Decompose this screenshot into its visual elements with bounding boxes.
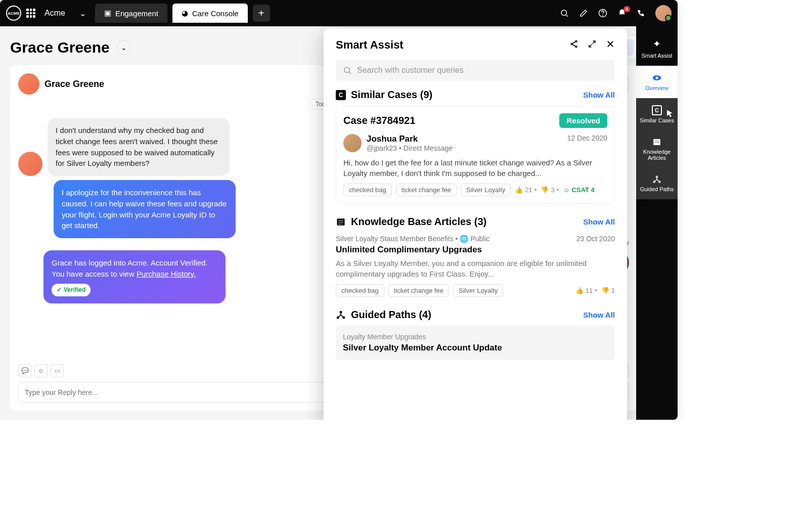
similar-cases-icon: C: [336, 90, 346, 100]
case-avatar: [343, 134, 362, 152]
show-all-kb-link[interactable]: Show All: [583, 217, 615, 226]
svg-point-3: [603, 15, 603, 16]
tab-care-console[interactable]: ◕ Care Console: [172, 4, 248, 23]
customer-avatar: [18, 73, 39, 95]
csat-stat: ☺ CSAT 4: [563, 186, 595, 194]
rail-similar-cases[interactable]: C Similar Cases: [636, 98, 678, 130]
svg-point-14: [571, 43, 572, 45]
case-card[interactable]: Case #3784921 Resolved Joshua Park @jpar…: [336, 106, 615, 204]
search-icon[interactable]: [559, 8, 569, 18]
expand-icon[interactable]: [588, 39, 597, 51]
svg-point-13: [575, 40, 577, 42]
tag[interactable]: Silver Loyalty: [453, 284, 503, 297]
case-author: Joshua Park: [367, 134, 453, 144]
smart-assist-panel: Smart Assist Search with customer querie…: [324, 28, 627, 420]
kb-date: 23 Oct 2020: [576, 235, 615, 243]
workspace-name: Acme: [44, 9, 65, 18]
svg-line-17: [349, 72, 351, 74]
svg-point-10: [656, 176, 658, 178]
tag[interactable]: ticket change fee: [396, 184, 457, 196]
gp-title: Silver Loyalty Member Account Update: [343, 343, 608, 353]
tag[interactable]: Silver Loyalty: [461, 184, 511, 196]
case-number: Case #3784921: [343, 115, 415, 126]
customer-avatar: [18, 152, 42, 176]
kb-title: Unlimited Complimentary Upgrades: [336, 245, 615, 255]
verified-badge: ✓ Verified: [52, 284, 91, 296]
acme-logo[interactable]: ACME: [6, 6, 21, 21]
cursor-icon: [665, 109, 675, 118]
svg-point-6: [656, 77, 658, 79]
upvote-stat[interactable]: 👍 21 •: [515, 186, 537, 194]
svg-line-1: [566, 15, 568, 17]
phone-icon[interactable]: [636, 8, 646, 18]
close-icon[interactable]: [606, 39, 615, 51]
customer-message: I don't understand why my checked bag an…: [48, 118, 230, 176]
chat-icon: ▣: [104, 9, 111, 18]
page-title: Grace Greene: [10, 39, 110, 56]
app-launcher-icon[interactable]: [26, 9, 35, 18]
guided-path-card[interactable]: Loyalty Member Upgrades Silver Loyalty M…: [336, 326, 615, 360]
svg-rect-18: [337, 218, 345, 225]
svg-rect-7: [653, 139, 660, 145]
kb-heading: Knowledge Base Articles (3): [351, 216, 486, 228]
gp-category: Loyalty Member Upgrades: [343, 333, 608, 341]
notif-badge: 4: [623, 6, 630, 12]
message-type-icon[interactable]: 💬: [18, 364, 31, 377]
upvote-stat[interactable]: 👍 11 •: [575, 287, 597, 294]
top-bar: ACME Acme ⌄ ▣ Engagement ◕ Care Console …: [0, 0, 678, 26]
kb-breadcrumb: Silver Loyalty Staus Member Benefits • 🌐…: [336, 235, 490, 243]
downvote-stat[interactable]: 👎 1: [601, 287, 615, 294]
agent-message: I apologize for the inconvenience this h…: [54, 180, 236, 238]
svg-point-0: [561, 10, 567, 16]
card-type-icon[interactable]: ▭: [51, 364, 64, 377]
user-avatar[interactable]: [655, 5, 672, 21]
kb-icon: [336, 217, 346, 227]
workspace-dropdown[interactable]: Acme ⌄: [40, 9, 90, 18]
rail-overview[interactable]: Overview: [636, 66, 678, 98]
svg-point-22: [340, 311, 341, 313]
smart-search-input[interactable]: Search with customer queries: [336, 60, 615, 81]
rail-knowledge-articles[interactable]: Knowledge Articles: [636, 130, 678, 168]
svg-point-15: [575, 46, 577, 47]
show-all-cases-link[interactable]: Show All: [583, 91, 615, 99]
tab-label: Care Console: [192, 9, 239, 18]
purchase-history-link[interactable]: Purchase History.: [137, 270, 196, 278]
right-rail: Smart Assist Overview C Similar Cases Kn…: [636, 26, 678, 420]
add-tab-button[interactable]: +: [253, 5, 270, 22]
headset-icon: ◕: [182, 9, 188, 18]
case-body: Hi, how do I get the fee for a last minu…: [343, 157, 607, 179]
tag[interactable]: checked bag: [343, 184, 392, 196]
tab-engagement[interactable]: ▣ Engagement: [95, 4, 167, 23]
notifications-icon[interactable]: 4: [617, 8, 627, 18]
similar-cases-heading: Similar Cases (9): [351, 89, 432, 101]
chevron-down-icon: ⌄: [79, 9, 86, 18]
page-dropdown-button[interactable]: ⌄: [117, 40, 131, 55]
share-icon[interactable]: [569, 39, 578, 51]
tag[interactable]: checked bag: [336, 284, 384, 297]
downvote-stat[interactable]: 👎 3 •: [541, 186, 559, 194]
kb-article-card[interactable]: Silver Loyalty Staus Member Benefits • 🌐…: [336, 235, 615, 297]
svg-point-16: [344, 67, 350, 73]
help-icon[interactable]: [598, 8, 608, 18]
rail-smart-assist[interactable]: Smart Assist: [636, 32, 678, 66]
case-handle: @jpark23 • Direct Message: [367, 144, 453, 152]
tab-label: Engagement: [115, 9, 158, 18]
gp-heading: Guided Paths (4): [351, 309, 431, 321]
customer-name: Grace Greene: [44, 79, 104, 90]
status-badge: Resolved: [559, 113, 607, 128]
tag[interactable]: ticket change fee: [388, 284, 449, 297]
guided-path-icon: [336, 310, 346, 320]
edit-icon[interactable]: [578, 8, 589, 18]
show-all-gp-link[interactable]: Show All: [583, 311, 615, 319]
system-message: Grace has logged into Acme. Account Veri…: [43, 250, 226, 303]
rail-guided-paths[interactable]: Guided Paths: [636, 168, 678, 199]
emoji-type-icon[interactable]: ☺: [34, 364, 48, 377]
case-date: 12 Dec 2020: [567, 134, 607, 152]
kb-body: As a Silver Loyalty Member, you and a co…: [336, 258, 615, 279]
smart-assist-title: Smart Assist: [336, 38, 404, 52]
